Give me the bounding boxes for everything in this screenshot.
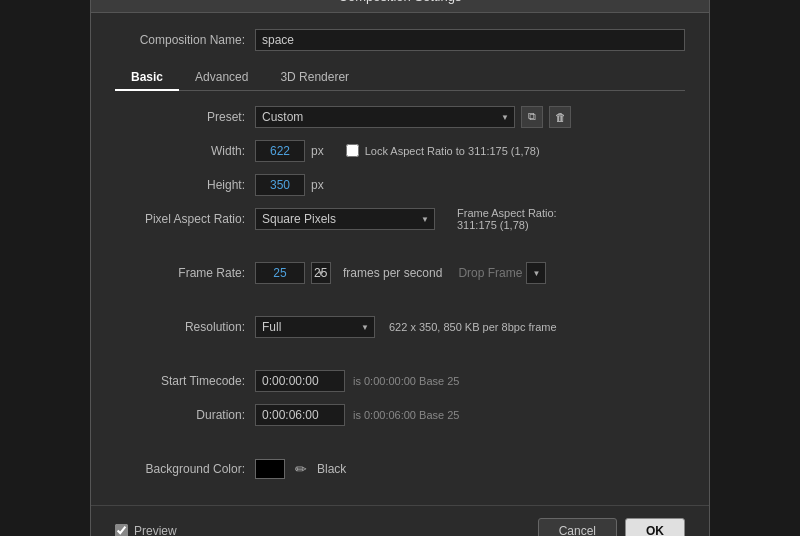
resolution-label: Resolution:: [125, 320, 255, 334]
composition-settings-dialog: Composition Settings Composition Name: B…: [90, 0, 710, 536]
drop-frame-container: Drop Frame: [458, 262, 546, 284]
bg-color-label: Background Color:: [125, 462, 255, 476]
start-timecode-input[interactable]: [255, 370, 345, 392]
resolution-info: 622 x 350, 850 KB per 8bpc frame: [389, 321, 557, 333]
tab-advanced[interactable]: Advanced: [179, 65, 264, 90]
footer-buttons: Cancel OK: [538, 518, 685, 537]
lock-aspect-checkbox[interactable]: [346, 144, 359, 157]
start-timecode-row: Start Timecode: is 0:00:00:00 Base 25: [125, 369, 685, 393]
bg-color-swatch[interactable]: [255, 459, 285, 479]
height-label: Height:: [125, 178, 255, 192]
comp-name-label: Composition Name:: [115, 33, 255, 47]
start-timecode-label: Start Timecode:: [125, 374, 255, 388]
resolution-select[interactable]: Full: [255, 316, 375, 338]
width-unit: px: [311, 144, 324, 158]
eyedropper-icon: ✏: [295, 461, 307, 477]
width-controls: px Lock Aspect Ratio to 311:175 (1,78): [255, 140, 540, 162]
resolution-row: Resolution: Full 622 x 350, 850 KB per 8…: [125, 315, 685, 339]
drop-frame-dropdown-wrapper: [526, 262, 546, 284]
eyedropper-button[interactable]: ✏: [291, 461, 311, 477]
width-label: Width:: [125, 144, 255, 158]
ok-button[interactable]: OK: [625, 518, 685, 537]
preset-select[interactable]: Custom: [255, 106, 515, 128]
height-unit: px: [311, 178, 324, 192]
frame-rate-label: Frame Rate:: [125, 266, 255, 280]
start-timecode-info: is 0:00:00:00 Base 25: [353, 375, 459, 387]
duration-info: is 0:00:06:00 Base 25: [353, 409, 459, 421]
comp-name-input[interactable]: [255, 29, 685, 51]
height-input[interactable]: [255, 174, 305, 196]
duration-controls: is 0:00:06:00 Base 25: [255, 404, 459, 426]
preset-container: Custom ⧉ 🗑: [255, 106, 571, 128]
pixel-aspect-label: Pixel Aspect Ratio:: [125, 212, 255, 226]
tabs-container: Basic Advanced 3D Renderer: [115, 65, 685, 91]
frame-rate-input[interactable]: [255, 262, 305, 284]
bg-color-controls: ✏ Black: [255, 459, 346, 479]
pixel-aspect-container: Square Pixels Frame Aspect Ratio: 311:17…: [255, 207, 557, 231]
tab-basic[interactable]: Basic: [115, 65, 179, 91]
preview-checkbox[interactable]: [115, 524, 128, 536]
frame-rate-row: Frame Rate: 25 frames per second Drop Fr…: [125, 261, 685, 285]
frame-aspect-label: Frame Aspect Ratio:: [457, 207, 557, 219]
pixel-aspect-row: Pixel Aspect Ratio: Square Pixels Frame …: [125, 207, 685, 231]
pixel-aspect-select[interactable]: Square Pixels: [255, 208, 435, 230]
duration-input[interactable]: [255, 404, 345, 426]
preset-label: Preset:: [125, 110, 255, 124]
pixel-aspect-select-wrapper: Square Pixels: [255, 208, 435, 230]
frame-rate-dropdown[interactable]: 25: [311, 262, 331, 284]
frame-aspect-value: 311:175 (1,78): [457, 219, 557, 231]
frame-rate-dropdown-wrapper: 25: [311, 262, 331, 284]
cancel-button[interactable]: Cancel: [538, 518, 617, 537]
frame-aspect-info: Frame Aspect Ratio: 311:175 (1,78): [457, 207, 557, 231]
drop-frame-select[interactable]: [526, 262, 546, 284]
frame-rate-controls: 25 frames per second Drop Frame: [255, 262, 546, 284]
dialog-title: Composition Settings: [91, 0, 709, 13]
frame-rate-unit: frames per second: [343, 266, 442, 280]
preset-delete-button[interactable]: 🗑: [549, 106, 571, 128]
lock-aspect-row: Lock Aspect Ratio to 311:175 (1,78): [346, 144, 540, 157]
drop-frame-label: Drop Frame: [458, 266, 522, 280]
bg-color-row: Background Color: ✏ Black: [125, 457, 685, 481]
delete-icon: 🗑: [555, 111, 566, 123]
resolution-select-wrapper: Full: [255, 316, 375, 338]
comp-name-row: Composition Name:: [115, 29, 685, 51]
preview-section: Preview: [115, 524, 177, 537]
preset-select-wrapper: Custom: [255, 106, 515, 128]
preset-row: Preset: Custom ⧉ 🗑: [125, 105, 685, 129]
tab-3d-renderer[interactable]: 3D Renderer: [264, 65, 365, 90]
duration-label: Duration:: [125, 408, 255, 422]
preview-label: Preview: [134, 524, 177, 537]
bg-color-name: Black: [317, 462, 346, 476]
height-row: Height: px: [125, 173, 685, 197]
lock-aspect-label: Lock Aspect Ratio to 311:175 (1,78): [365, 145, 540, 157]
width-input[interactable]: [255, 140, 305, 162]
dialog-body: Composition Name: Basic Advanced 3D Rend…: [91, 13, 709, 497]
resolution-container: Full 622 x 350, 850 KB per 8bpc frame: [255, 316, 557, 338]
preset-copy-button[interactable]: ⧉: [521, 106, 543, 128]
width-row: Width: px Lock Aspect Ratio to 311:175 (…: [125, 139, 685, 163]
copy-icon: ⧉: [528, 110, 536, 123]
basic-settings-section: Preset: Custom ⧉ 🗑 Wi: [115, 105, 685, 481]
height-controls: px: [255, 174, 340, 196]
dialog-footer: Preview Cancel OK: [91, 505, 709, 537]
start-timecode-controls: is 0:00:00:00 Base 25: [255, 370, 459, 392]
duration-row: Duration: is 0:00:06:00 Base 25: [125, 403, 685, 427]
